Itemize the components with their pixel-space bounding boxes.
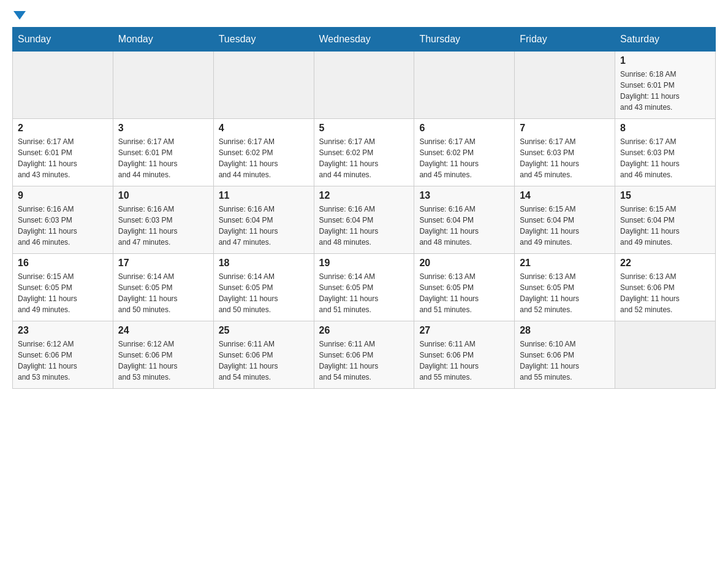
calendar-cell: 1Sunrise: 6:18 AMSunset: 6:01 PMDaylight…: [615, 52, 716, 119]
day-info: Sunrise: 6:14 AMSunset: 6:05 PMDaylight:…: [219, 271, 309, 315]
calendar-cell: 13Sunrise: 6:16 AMSunset: 6:04 PMDayligh…: [414, 186, 515, 254]
calendar-header-sunday: Sunday: [13, 28, 113, 52]
calendar-cell: 2Sunrise: 6:17 AMSunset: 6:01 PMDaylight…: [13, 119, 113, 186]
day-number: 6: [419, 123, 509, 134]
day-info: Sunrise: 6:17 AMSunset: 6:03 PMDaylight:…: [520, 136, 610, 180]
day-number: 24: [118, 325, 208, 336]
day-number: 16: [18, 258, 108, 269]
page-header: [12, 12, 716, 21]
day-info: Sunrise: 6:13 AMSunset: 6:05 PMDaylight:…: [419, 271, 509, 315]
day-number: 14: [520, 190, 610, 201]
day-number: 15: [620, 190, 710, 201]
day-info: Sunrise: 6:16 AMSunset: 6:03 PMDaylight:…: [118, 204, 208, 248]
calendar-cell: 8Sunrise: 6:17 AMSunset: 6:03 PMDaylight…: [615, 119, 716, 186]
day-number: 26: [319, 325, 409, 336]
calendar-header-row: SundayMondayTuesdayWednesdayThursdayFrid…: [13, 28, 716, 52]
calendar-cell: 11Sunrise: 6:16 AMSunset: 6:04 PMDayligh…: [213, 186, 314, 254]
day-info: Sunrise: 6:17 AMSunset: 6:02 PMDaylight:…: [419, 136, 509, 180]
calendar-cell: 17Sunrise: 6:14 AMSunset: 6:05 PMDayligh…: [113, 254, 213, 321]
day-info: Sunrise: 6:10 AMSunset: 6:06 PMDaylight:…: [520, 339, 610, 383]
calendar-cell: 5Sunrise: 6:17 AMSunset: 6:02 PMDaylight…: [314, 119, 414, 186]
calendar-cell: [515, 52, 615, 119]
day-info: Sunrise: 6:17 AMSunset: 6:02 PMDaylight:…: [219, 136, 309, 180]
day-info: Sunrise: 6:11 AMSunset: 6:06 PMDaylight:…: [419, 339, 509, 383]
calendar-header-wednesday: Wednesday: [314, 28, 414, 52]
day-info: Sunrise: 6:16 AMSunset: 6:03 PMDaylight:…: [18, 204, 108, 248]
day-info: Sunrise: 6:11 AMSunset: 6:06 PMDaylight:…: [219, 339, 309, 383]
day-info: Sunrise: 6:16 AMSunset: 6:04 PMDaylight:…: [419, 204, 509, 248]
day-number: 17: [118, 258, 208, 269]
day-number: 5: [319, 123, 409, 134]
day-number: 27: [419, 325, 509, 336]
day-info: Sunrise: 6:18 AMSunset: 6:01 PMDaylight:…: [620, 69, 710, 113]
calendar-cell: 15Sunrise: 6:15 AMSunset: 6:04 PMDayligh…: [615, 186, 716, 254]
calendar-cell: [314, 52, 414, 119]
day-info: Sunrise: 6:14 AMSunset: 6:05 PMDaylight:…: [319, 271, 409, 315]
day-number: 19: [319, 258, 409, 269]
calendar-cell: [13, 52, 113, 119]
calendar-cell: [615, 321, 716, 389]
logo: [12, 12, 26, 21]
day-info: Sunrise: 6:17 AMSunset: 6:02 PMDaylight:…: [319, 136, 409, 180]
day-info: Sunrise: 6:15 AMSunset: 6:05 PMDaylight:…: [18, 271, 108, 315]
calendar-header-friday: Friday: [515, 28, 615, 52]
calendar-cell: 25Sunrise: 6:11 AMSunset: 6:06 PMDayligh…: [213, 321, 314, 389]
calendar-cell: 7Sunrise: 6:17 AMSunset: 6:03 PMDaylight…: [515, 119, 615, 186]
calendar-cell: [113, 52, 213, 119]
calendar-cell: 10Sunrise: 6:16 AMSunset: 6:03 PMDayligh…: [113, 186, 213, 254]
calendar-cell: 16Sunrise: 6:15 AMSunset: 6:05 PMDayligh…: [13, 254, 113, 321]
calendar-header-saturday: Saturday: [615, 28, 716, 52]
day-number: 12: [319, 190, 409, 201]
calendar-cell: 4Sunrise: 6:17 AMSunset: 6:02 PMDaylight…: [213, 119, 314, 186]
day-info: Sunrise: 6:12 AMSunset: 6:06 PMDaylight:…: [118, 339, 208, 383]
calendar-cell: 19Sunrise: 6:14 AMSunset: 6:05 PMDayligh…: [314, 254, 414, 321]
calendar-cell: 9Sunrise: 6:16 AMSunset: 6:03 PMDaylight…: [13, 186, 113, 254]
day-number: 3: [118, 123, 208, 134]
day-number: 10: [118, 190, 208, 201]
day-number: 21: [520, 258, 610, 269]
logo-triangle-icon: [13, 11, 26, 20]
calendar-cell: 12Sunrise: 6:16 AMSunset: 6:04 PMDayligh…: [314, 186, 414, 254]
calendar-cell: [213, 52, 314, 119]
calendar-cell: 26Sunrise: 6:11 AMSunset: 6:06 PMDayligh…: [314, 321, 414, 389]
day-info: Sunrise: 6:17 AMSunset: 6:01 PMDaylight:…: [18, 136, 108, 180]
calendar-cell: 27Sunrise: 6:11 AMSunset: 6:06 PMDayligh…: [414, 321, 515, 389]
day-number: 2: [18, 123, 108, 134]
day-info: Sunrise: 6:17 AMSunset: 6:03 PMDaylight:…: [620, 136, 710, 180]
day-number: 20: [419, 258, 509, 269]
day-info: Sunrise: 6:15 AMSunset: 6:04 PMDaylight:…: [620, 204, 710, 248]
day-info: Sunrise: 6:15 AMSunset: 6:04 PMDaylight:…: [520, 204, 610, 248]
day-info: Sunrise: 6:13 AMSunset: 6:06 PMDaylight:…: [620, 271, 710, 315]
day-number: 11: [219, 190, 309, 201]
calendar-cell: 21Sunrise: 6:13 AMSunset: 6:05 PMDayligh…: [515, 254, 615, 321]
day-info: Sunrise: 6:11 AMSunset: 6:06 PMDaylight:…: [319, 339, 409, 383]
calendar-cell: 18Sunrise: 6:14 AMSunset: 6:05 PMDayligh…: [213, 254, 314, 321]
day-info: Sunrise: 6:12 AMSunset: 6:06 PMDaylight:…: [18, 339, 108, 383]
calendar-cell: 14Sunrise: 6:15 AMSunset: 6:04 PMDayligh…: [515, 186, 615, 254]
calendar-table: SundayMondayTuesdayWednesdayThursdayFrid…: [12, 27, 716, 389]
calendar-week-row: 16Sunrise: 6:15 AMSunset: 6:05 PMDayligh…: [13, 254, 716, 321]
calendar-week-row: 1Sunrise: 6:18 AMSunset: 6:01 PMDaylight…: [13, 52, 716, 119]
calendar-week-row: 9Sunrise: 6:16 AMSunset: 6:03 PMDaylight…: [13, 186, 716, 254]
day-number: 7: [520, 123, 610, 134]
calendar-cell: 20Sunrise: 6:13 AMSunset: 6:05 PMDayligh…: [414, 254, 515, 321]
calendar-cell: [414, 52, 515, 119]
day-number: 28: [520, 325, 610, 336]
day-number: 13: [419, 190, 509, 201]
calendar-cell: 23Sunrise: 6:12 AMSunset: 6:06 PMDayligh…: [13, 321, 113, 389]
day-info: Sunrise: 6:17 AMSunset: 6:01 PMDaylight:…: [118, 136, 208, 180]
day-info: Sunrise: 6:13 AMSunset: 6:05 PMDaylight:…: [520, 271, 610, 315]
day-info: Sunrise: 6:16 AMSunset: 6:04 PMDaylight:…: [219, 204, 309, 248]
calendar-header-monday: Monday: [113, 28, 213, 52]
day-number: 25: [219, 325, 309, 336]
calendar-cell: 28Sunrise: 6:10 AMSunset: 6:06 PMDayligh…: [515, 321, 615, 389]
day-number: 23: [18, 325, 108, 336]
day-info: Sunrise: 6:16 AMSunset: 6:04 PMDaylight:…: [319, 204, 409, 248]
day-number: 1: [620, 55, 710, 66]
calendar-header-thursday: Thursday: [414, 28, 515, 52]
day-number: 8: [620, 123, 710, 134]
day-number: 22: [620, 258, 710, 269]
calendar-cell: 6Sunrise: 6:17 AMSunset: 6:02 PMDaylight…: [414, 119, 515, 186]
day-info: Sunrise: 6:14 AMSunset: 6:05 PMDaylight:…: [118, 271, 208, 315]
calendar-week-row: 23Sunrise: 6:12 AMSunset: 6:06 PMDayligh…: [13, 321, 716, 389]
